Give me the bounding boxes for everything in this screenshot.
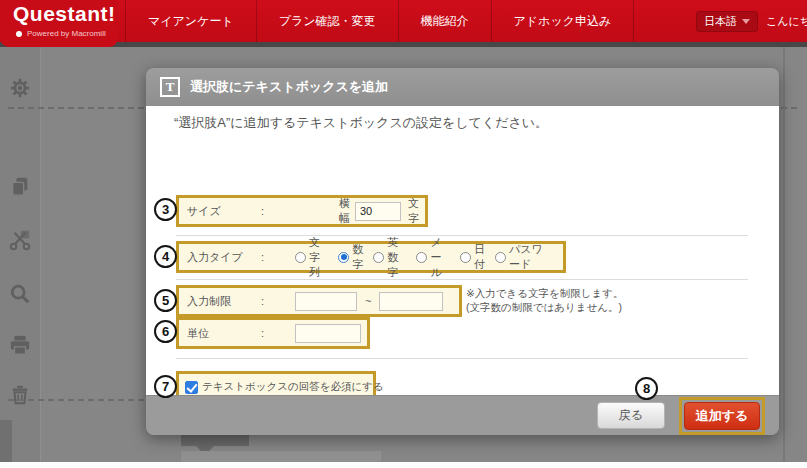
language-selector[interactable]: 日本語 <box>696 11 758 32</box>
step-number-6: 6 <box>154 320 177 343</box>
back-button[interactable]: 戻る <box>597 402 665 429</box>
input-type-row-highlight: 入力タイプ : 文字列 数字 英数字 メール 日付 パスワード <box>176 241 566 273</box>
radio-option-password[interactable]: パスワード <box>495 242 546 272</box>
radio-label: 文字列 <box>309 235 329 280</box>
questant-logo[interactable]: Questant! Powered by Macromill <box>0 0 118 47</box>
user-greeting: こんにちは、 <box>766 14 807 29</box>
required-label: テキストボックスの回答を必須にする <box>202 380 384 394</box>
dashed-guide-line <box>8 399 144 401</box>
dialog-description: “選択肢A”に追加するテキストボックスの設定をしてください。 <box>174 114 548 132</box>
limit-note-line2: (文字数の制限ではありません。) <box>466 301 622 314</box>
header-nav: マイアンケート プラン確認・変更 機能紹介 アドホック申込み <box>125 0 634 42</box>
input-type-label: 入力タイプ <box>187 250 261 265</box>
duplicate-pages-icon[interactable] <box>9 175 31 197</box>
divider <box>176 358 748 359</box>
limit-from-input[interactable] <box>295 292 357 311</box>
radio-option-number[interactable]: 数字 <box>338 242 364 272</box>
radio-icon <box>495 252 506 263</box>
editor-sidebar <box>0 47 41 468</box>
step-number-5: 5 <box>154 289 177 312</box>
dialog-body: “選択肢A”に追加するテキストボックスの設定をしてください。 3 サイズ : 横… <box>146 106 779 395</box>
language-label: 日本語 <box>704 14 737 29</box>
nav-adhoc-apply[interactable]: アドホック申込み <box>491 0 635 42</box>
radio-icon <box>460 252 471 263</box>
background-block <box>0 420 12 462</box>
app-screen: Questant! Powered by Macromill マイアンケート プ… <box>0 0 807 468</box>
size-row-highlight: サイズ : 横幅 文字 <box>176 195 428 227</box>
colon: : <box>261 251 295 263</box>
dialog-footer: 戻る 追加する <box>146 395 779 435</box>
settings-gear-icon[interactable] <box>9 77 31 99</box>
limit-note-line1: ※入力できる文字を制限します。 <box>466 287 624 300</box>
radio-icon <box>416 252 427 263</box>
radio-option-string[interactable]: 文字列 <box>295 235 329 280</box>
chevron-down-icon <box>742 19 750 24</box>
radio-label: メール <box>430 235 451 280</box>
radio-icon <box>338 252 349 263</box>
colon: : <box>261 205 295 217</box>
nav-features[interactable]: 機能紹介 <box>398 0 491 42</box>
brand-wordmark: Questant! <box>13 2 116 26</box>
logo-dot-icon <box>16 31 22 37</box>
delete-trash-icon[interactable] <box>9 383 31 405</box>
radio-option-email[interactable]: メール <box>416 235 451 280</box>
divider <box>176 235 748 236</box>
radio-label: 日付 <box>474 242 486 272</box>
dashed-guide-line <box>8 107 144 109</box>
submit-highlight: 追加する <box>679 397 765 435</box>
colon: : <box>261 295 295 307</box>
characters-suffix: 文字 <box>408 196 419 226</box>
add-textbox-dialog: T 選択肢にテキストボックスを追加 “選択肢A”に追加するテキストボックスの設定… <box>146 68 779 435</box>
input-limit-row-highlight: 入力制限 : ~ <box>176 285 462 317</box>
step-number-8: 8 <box>635 377 658 400</box>
nav-label: プラン確認・変更 <box>279 13 376 30</box>
background-question-block <box>181 451 381 462</box>
colon: : <box>261 327 295 339</box>
radio-label: 英数字 <box>387 235 407 280</box>
zoom-search-icon[interactable] <box>9 283 31 305</box>
nav-plan-check-change[interactable]: プラン確認・変更 <box>256 0 398 42</box>
text-tool-icon: T <box>160 77 180 97</box>
limit-to-input[interactable] <box>379 292 443 311</box>
radio-label: パスワード <box>509 242 546 272</box>
size-label: サイズ <box>187 204 261 219</box>
step-number-3: 3 <box>154 198 177 221</box>
width-input[interactable] <box>355 202 401 221</box>
dialog-title: 選択肢にテキストボックスを追加 <box>190 78 388 96</box>
page-edge-line <box>783 47 785 462</box>
unit-input[interactable] <box>295 324 361 343</box>
width-label: 横幅 <box>339 196 350 226</box>
range-separator: ~ <box>365 295 371 307</box>
unit-label: 単位 <box>187 326 261 341</box>
unit-row-highlight: 単位 : <box>176 317 370 349</box>
cut-scissors-icon[interactable] <box>9 229 31 251</box>
divider <box>176 279 748 280</box>
radio-label: 数字 <box>352 242 364 272</box>
radio-icon <box>295 252 306 263</box>
page-toolbar-strip <box>0 42 807 47</box>
step-number-7: 7 <box>154 375 177 398</box>
step-number-4: 4 <box>154 245 177 268</box>
required-checkbox[interactable] <box>185 381 198 394</box>
nav-label: アドホック申込み <box>514 13 612 30</box>
nav-label: 機能紹介 <box>421 13 469 30</box>
nav-my-surveys[interactable]: マイアンケート <box>125 0 256 42</box>
page-bottom-strip <box>0 462 807 468</box>
radio-icon <box>373 252 384 263</box>
print-icon[interactable] <box>9 334 31 356</box>
radio-option-date[interactable]: 日付 <box>460 242 486 272</box>
radio-option-alphanumeric[interactable]: 英数字 <box>373 235 407 280</box>
dialog-title-bar: T 選択肢にテキストボックスを追加 <box>146 68 779 106</box>
nav-label: マイアンケート <box>148 13 234 30</box>
add-submit-button[interactable]: 追加する <box>684 402 760 430</box>
input-limit-label: 入力制限 <box>187 294 261 309</box>
brand-tagline: Powered by Macromill <box>27 29 106 38</box>
